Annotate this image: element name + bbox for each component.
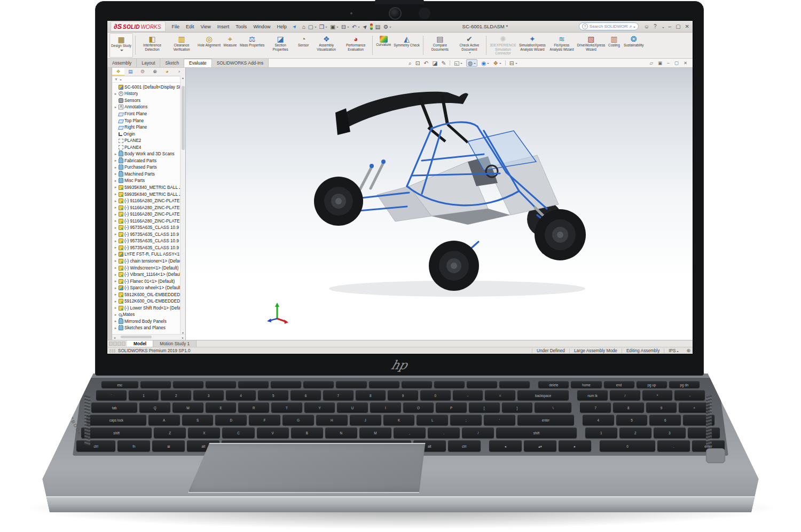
close-doc-icon[interactable]: ✕: [684, 60, 687, 66]
close-icon[interactable]: ✕: [685, 23, 689, 29]
options-icon[interactable]: ⚙: [383, 23, 391, 30]
expand-arrow-icon[interactable]: ▸: [114, 179, 117, 183]
tree-item[interactable]: ▸ (-) 91166A280_ZINC-PLATED STE: [112, 204, 185, 211]
measure-button[interactable]: ⌖ Measure: [222, 33, 238, 58]
display-style-icon[interactable]: ◍: [466, 59, 477, 67]
tree-item[interactable]: ▸ (-) chain tensioner<1> (Default): [112, 258, 185, 265]
tree-item[interactable]: ▸ Machined Parts: [112, 171, 185, 178]
study-tab[interactable]: Motion Study 1: [153, 340, 197, 347]
command-tab[interactable]: Layout: [137, 59, 160, 67]
section-properties-button[interactable]: ◪ Section Properties: [266, 33, 295, 58]
search-icon[interactable]: ⌕: [630, 23, 635, 29]
buggy-3d-model[interactable]: [308, 82, 602, 301]
expand-arrow-icon[interactable]: ▸: [114, 232, 117, 236]
tree-item[interactable]: Origin: [112, 131, 185, 138]
expand-arrow-icon[interactable]: ▸: [114, 239, 117, 243]
file-properties-icon[interactable]: ▤: [375, 23, 381, 30]
symmetry-check-button[interactable]: ◭ Symmetry Check: [392, 33, 421, 58]
tree-item[interactable]: ▸ LYFE FST-R, FULL ASSY<1> (Defa: [112, 251, 185, 258]
expand-arrow-icon[interactable]: ▸: [114, 306, 117, 310]
undo-icon[interactable]: ↶: [352, 23, 360, 30]
curvature-button[interactable]: Curvature: [375, 33, 392, 58]
minimize-icon[interactable]: –: [669, 23, 672, 29]
expand-arrow-icon[interactable]: ▸: [114, 326, 117, 330]
expand-arrow-icon[interactable]: ▸: [114, 205, 117, 210]
tree-horizontal-scrollbar[interactable]: ◂ ▸: [112, 334, 185, 340]
expand-arrow-icon[interactable]: ▸: [114, 185, 117, 189]
expand-arrow-icon[interactable]: ▸: [114, 192, 117, 196]
expand-arrow-icon[interactable]: ▸: [114, 212, 117, 217]
tab-propertymanager[interactable]: ▤: [124, 68, 137, 76]
tree-item[interactable]: ▸ (-) Sparco wheel<1> (Default<<D: [112, 284, 185, 291]
tree-item[interactable]: ▸ (-) 95735A635_CLASS 10.9 STEEL: [112, 238, 185, 245]
3dexperience-simulation-connector-button[interactable]: ✺ 3DEXPERIENCE Simulation Connector: [489, 33, 517, 58]
assembly-visualization-button[interactable]: ❖ Assembly Visualization: [312, 33, 341, 58]
new-document-icon[interactable]: ▢: [308, 23, 317, 30]
menubar-item[interactable]: Window: [250, 23, 273, 30]
simulationxpress-analysis-wizard-button[interactable]: ✦ SimulationXpress Analysis Wizard: [518, 33, 547, 58]
tree-item[interactable]: Front Plane: [112, 110, 185, 117]
expand-arrow-icon[interactable]: ▸: [114, 165, 117, 170]
tab-configurationmanager[interactable]: ⚙: [137, 68, 149, 76]
tab-expand[interactable]: ›: [173, 68, 185, 76]
tab-scroll-grip[interactable]: [107, 340, 127, 347]
expand-arrow-icon[interactable]: ▸: [114, 279, 117, 283]
expand-arrow-icon[interactable]: ▸: [114, 259, 117, 263]
tree-item[interactable]: ▸ (-) Lower Shift Rod<1> (Default<: [112, 305, 185, 312]
tree-item[interactable]: ▸ 5912K600_OIL-EMBEDDED MOUN: [112, 298, 185, 305]
view-orientation-icon[interactable]: ◱: [454, 60, 462, 66]
menubar-item[interactable]: Edit: [183, 23, 197, 30]
scroll-right-icon[interactable]: ▸: [182, 336, 184, 339]
check-active-document-button[interactable]: ✔ Check Active Document: [455, 33, 484, 58]
expand-arrow-icon[interactable]: ▸: [114, 252, 117, 257]
expand-arrow-icon[interactable]: ▸: [114, 292, 117, 297]
expand-arrow-icon[interactable]: ▸: [114, 299, 117, 304]
scroll-up-icon[interactable]: ▴: [182, 76, 184, 80]
tree-item[interactable]: Top Plane: [112, 117, 185, 124]
tree-item[interactable]: ▸ Sketches and Planes: [112, 325, 185, 332]
expand-arrow-icon[interactable]: ▸: [114, 273, 117, 277]
interference-detection-button[interactable]: ◧ Interference Detection: [138, 33, 167, 58]
tree-item[interactable]: ▸ (-) 91166A280_ZINC-PLATED STE: [112, 211, 185, 218]
sensor-button[interactable]: ◔ Sensor: [295, 33, 311, 58]
globe-icon[interactable]: ⊛: [683, 348, 690, 353]
tab-dimxpertmanager[interactable]: ⊕: [148, 68, 161, 76]
study-tab[interactable]: Model: [127, 340, 153, 347]
tree-item[interactable]: ▸ (-) 95735A635_CLASS 10.9 STEEL: [112, 224, 185, 231]
design-study-button[interactable]: ▦ Design Study: [109, 33, 133, 58]
tree-item[interactable]: ▸ (-) Flanec 01<1> (Default): [112, 278, 185, 285]
command-tab[interactable]: Sketch: [160, 59, 184, 67]
tab-featuremanager[interactable]: ❖: [112, 68, 124, 76]
compare-documents-button[interactable]: ▤ Compare Documents: [426, 33, 454, 58]
menubar-item[interactable]: File: [169, 23, 182, 30]
tree-filter-row[interactable]: ▼: [112, 76, 185, 83]
zoom-to-fit-icon[interactable]: ⌕: [409, 60, 412, 67]
floxpress-analysis-wizard-button[interactable]: ≋ FloXpress Analysis Wizard: [547, 33, 576, 58]
print-icon[interactable]: ⊟: [341, 23, 349, 30]
tree-item[interactable]: ▸ 5912K600_OIL-EMBEDDED MOUN: [112, 291, 185, 298]
titlebar-options-caret[interactable]: [661, 23, 664, 29]
expand-arrow-icon[interactable]: ▸: [114, 172, 117, 176]
zoom-to-area-icon[interactable]: ⊡: [415, 60, 420, 66]
expand-arrow-icon[interactable]: ▸: [114, 266, 117, 270]
command-tab[interactable]: SOLIDWORKS Add-Ins: [212, 59, 269, 67]
tree-item[interactable]: ▸ Mates: [112, 312, 185, 319]
view-settings-icon[interactable]: ⊟: [509, 60, 517, 66]
tab-displaymanager[interactable]: ◕: [161, 68, 173, 76]
expand-arrow-icon[interactable]: ▸: [114, 219, 117, 223]
costing-button[interactable]: ▥ Costing: [606, 33, 622, 58]
performance-evaluation-button[interactable]: ◕ Performance Evaluation: [341, 33, 370, 58]
expand-arrow-icon[interactable]: ▸: [114, 152, 117, 156]
command-tab[interactable]: Evaluate: [184, 59, 212, 67]
previous-view-icon[interactable]: ↶: [424, 60, 429, 66]
tree-item[interactable]: ▸ Purchased Parts: [112, 164, 185, 171]
tree-item[interactable]: ▸ (-) Vibrant_11164<1> (Default): [112, 271, 185, 278]
driveworksxpress-wizard-button[interactable]: ▧ DriveWorksXpress Wizard: [577, 33, 606, 58]
tree-item[interactable]: ▸ 59935K840_METRIC BALL JOINT F: [112, 184, 185, 191]
section-view-icon[interactable]: ◪: [432, 60, 437, 66]
graphics-viewport[interactable]: [186, 68, 693, 340]
menubar-item[interactable]: Help: [274, 23, 289, 30]
tree-item[interactable]: ▸ Annotations: [112, 104, 185, 111]
command-tab[interactable]: Assembly: [107, 59, 137, 67]
tree-item[interactable]: PLANE2: [112, 137, 185, 144]
